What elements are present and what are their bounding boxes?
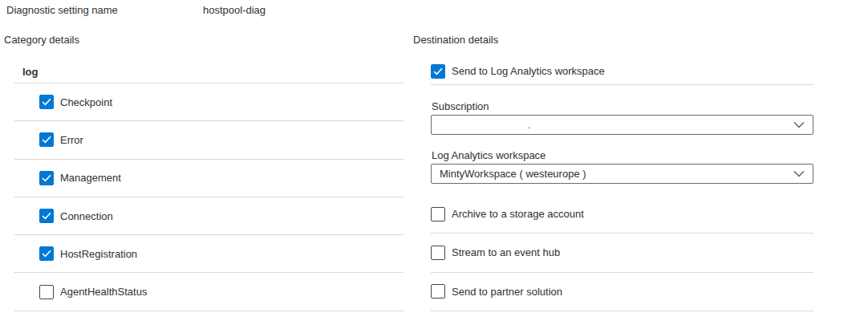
error-checkbox[interactable]	[39, 132, 54, 147]
check-icon	[42, 98, 51, 106]
category-row-connection[interactable]: Connection	[14, 197, 404, 235]
destination-option-label: Archive to a storage account	[452, 208, 584, 220]
subscription-dropdown[interactable]: .	[431, 115, 813, 135]
destination-option-label: Stream to an event hub	[452, 246, 560, 258]
send-to-log-analytics-row[interactable]: Send to Log Analytics workspace	[431, 58, 813, 85]
checkpoint-checkbox[interactable]	[39, 95, 54, 109]
destination-options-list: Archive to a storage account Stream to a…	[431, 195, 813, 311]
send-partner-solution-checkbox[interactable]	[431, 284, 445, 299]
diagnostic-setting-name-value[interactable]: hostpool-diag	[203, 4, 266, 16]
check-icon	[42, 212, 51, 220]
check-icon	[42, 250, 51, 258]
category-row-label: Error	[60, 134, 83, 146]
category-row-agenthealthstatus[interactable]: AgentHealthStatus	[14, 273, 404, 311]
destination-option-label: Send to partner solution	[452, 286, 562, 298]
category-row-label: Management	[60, 172, 121, 184]
diagnostic-settings-panel: Diagnostic setting name hostpool-diag Ca…	[0, 0, 868, 325]
category-row-label: AgentHealthStatus	[60, 286, 147, 298]
stream-event-hub-row[interactable]: Stream to an event hub	[431, 234, 813, 272]
log-analytics-workspace-label: Log Analytics workspace	[432, 149, 546, 161]
destination-details-heading: Destination details	[413, 34, 498, 46]
send-to-log-analytics-label: Send to Log Analytics workspace	[452, 65, 605, 77]
category-row-error[interactable]: Error	[14, 121, 404, 159]
category-row-label: Connection	[60, 210, 113, 222]
subscription-label: Subscription	[432, 100, 489, 112]
stream-event-hub-checkbox[interactable]	[431, 246, 445, 260]
subscription-value: .	[440, 119, 793, 131]
category-details-heading: Category details	[4, 34, 79, 46]
chevron-down-icon	[793, 121, 805, 128]
check-icon	[42, 174, 51, 182]
category-list: Checkpoint Error Management Connection H…	[14, 83, 404, 311]
check-icon	[42, 136, 51, 144]
management-checkbox[interactable]	[39, 171, 54, 185]
category-row-label: Checkpoint	[60, 96, 112, 108]
log-analytics-workspace-value: MintyWorkspace ( westeurope )	[440, 168, 793, 180]
category-row-label: HostRegistration	[60, 248, 137, 260]
log-analytics-workspace-dropdown[interactable]: MintyWorkspace ( westeurope )	[431, 164, 813, 184]
check-icon	[433, 67, 443, 75]
send-to-log-analytics-checkbox[interactable]	[431, 64, 445, 79]
chevron-down-icon	[793, 170, 805, 177]
log-group-header: log	[14, 64, 404, 83]
category-row-hostregistration[interactable]: HostRegistration	[14, 235, 404, 273]
category-row-checkpoint[interactable]: Checkpoint	[14, 83, 404, 121]
connection-checkbox[interactable]	[39, 209, 54, 223]
send-partner-solution-row[interactable]: Send to partner solution	[431, 273, 813, 311]
archive-storage-checkbox[interactable]	[431, 207, 445, 221]
hostregistration-checkbox[interactable]	[39, 246, 54, 261]
category-row-management[interactable]: Management	[14, 160, 404, 197]
agenthealthstatus-checkbox[interactable]	[39, 285, 54, 299]
log-group-label: log	[22, 66, 39, 78]
diagnostic-setting-name-label: Diagnostic setting name	[6, 4, 118, 16]
archive-storage-row[interactable]: Archive to a storage account	[431, 195, 813, 234]
